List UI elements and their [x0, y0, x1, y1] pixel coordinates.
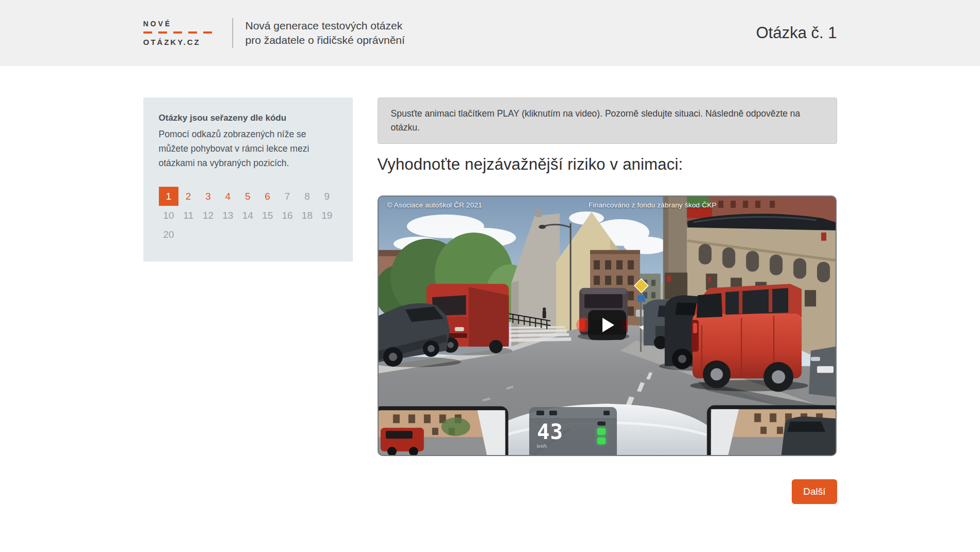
- question-number-11[interactable]: 11: [178, 206, 198, 225]
- headlight-icon: [597, 421, 606, 426]
- green-indicator-light: [597, 428, 606, 435]
- right-side-mirror: [707, 405, 835, 456]
- question-number-4[interactable]: 4: [218, 187, 238, 206]
- question-number-13[interactable]: 13: [218, 206, 238, 225]
- logo-dashes-decoration: [143, 31, 217, 34]
- logo-bottom-text: OTÁZKY.CZ: [143, 38, 221, 46]
- question-number-20[interactable]: 20: [159, 225, 178, 244]
- question-heading: Vyhodnoťte nejzávažnější riziko v animac…: [378, 155, 837, 174]
- question-number-9[interactable]: 9: [317, 187, 337, 206]
- question-content: Spusťte animaci tlačítkem PLAY (kliknutí…: [378, 98, 837, 504]
- mirror-dark-car: [781, 417, 836, 456]
- mirror-red-car: [380, 428, 423, 455]
- pedestrian: [542, 307, 546, 318]
- license-plate: [817, 366, 834, 373]
- question-number-19[interactable]: 19: [317, 206, 337, 225]
- question-number-grid: 12345678910111213141516181920: [159, 187, 337, 244]
- question-number-5[interactable]: 5: [238, 187, 257, 206]
- tagline: Nová generace testových otázek pro žadat…: [246, 19, 405, 48]
- sidebar-title: Otázky jsou seřazeny dle kódu: [159, 113, 337, 123]
- instruction-box: Spusťte animaci tlačítkem PLAY (kliknutí…: [378, 98, 837, 144]
- question-number-16[interactable]: 16: [277, 206, 297, 225]
- question-number-18[interactable]: 18: [297, 206, 317, 225]
- sidebar-description: Pomocí odkazů zobrazených níže se můžete…: [159, 127, 337, 170]
- question-number-10[interactable]: 10: [159, 206, 178, 225]
- far-right-car-nose: [809, 347, 836, 397]
- dpad-icon: [549, 411, 557, 415]
- dpad-icon: [536, 411, 544, 415]
- question-number-12[interactable]: 12: [198, 206, 218, 225]
- dashboard-icon-strip: [529, 407, 617, 419]
- speed-unit: km/h: [537, 444, 563, 449]
- question-number-8[interactable]: 8: [297, 187, 317, 206]
- header: NOVÉ OTÁZKY.CZ Nová generace testových o…: [0, 0, 980, 66]
- question-number-2[interactable]: 2: [178, 187, 198, 206]
- question-counter: Otázka č. 1: [756, 24, 837, 42]
- question-number-1[interactable]: 1: [159, 187, 178, 206]
- red-suv: [690, 284, 808, 392]
- dashboard-panel: 43 km/h: [529, 407, 617, 455]
- header-divider: [232, 18, 233, 48]
- question-navigation-panel: Otázky jsou seřazeny dle kódu Pomocí odk…: [143, 98, 353, 262]
- logo-top-text: NOVÉ: [143, 20, 221, 28]
- left-side-mirror: [379, 407, 508, 456]
- play-button[interactable]: [588, 310, 626, 340]
- tagline-line-2: pro žadatele o řidičské oprávnění: [246, 33, 405, 47]
- logo[interactable]: NOVÉ OTÁZKY.CZ: [143, 20, 221, 46]
- question-number-14[interactable]: 14: [238, 206, 257, 225]
- green-indicator-light: [597, 437, 606, 444]
- play-icon: [602, 318, 614, 332]
- question-number-3[interactable]: 3: [198, 187, 218, 206]
- video-player[interactable]: © Asociace autoškol ČR 2021 Financováno …: [378, 196, 837, 456]
- question-number-7[interactable]: 7: [277, 187, 297, 206]
- tagline-line-1: Nová generace testových otázek: [246, 19, 405, 33]
- instruction-text: Spusťte animaci tlačítkem PLAY (kliknutí…: [391, 108, 801, 133]
- question-number-15[interactable]: 15: [257, 206, 277, 225]
- next-button[interactable]: Další: [792, 479, 837, 504]
- funding-overlay: Financováno z fondu zábrany škod ČKP: [589, 201, 716, 209]
- question-number-6[interactable]: 6: [257, 187, 277, 206]
- speed-value: 43: [537, 421, 563, 443]
- speaker-icon: [603, 411, 610, 415]
- copyright-overlay: © Asociace autoškol ČR 2021: [387, 201, 482, 209]
